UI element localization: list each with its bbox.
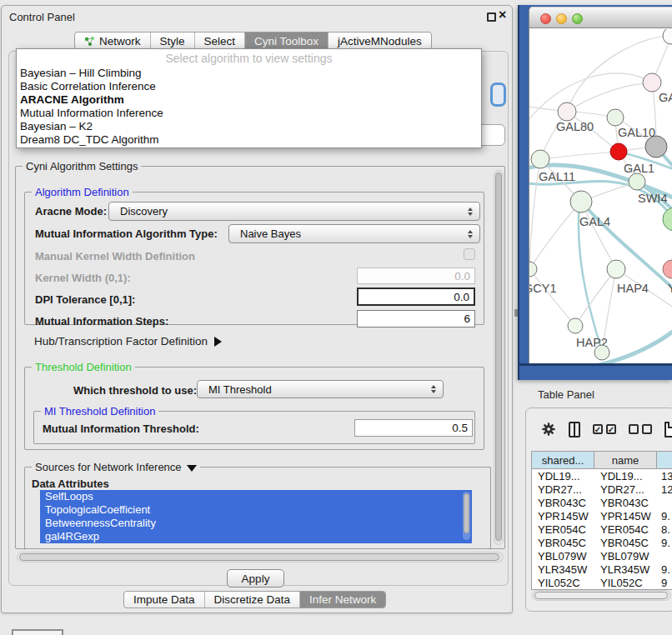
network-tab-icon — [84, 36, 95, 47]
tab-style[interactable]: Style — [151, 32, 195, 49]
attribute-item[interactable]: TopologicalCoefficient — [40, 503, 472, 517]
network-node[interactable] — [568, 318, 583, 333]
float-window-button[interactable] — [487, 12, 496, 22]
network-node[interactable] — [607, 109, 624, 126]
select-all-columns-icon[interactable]: ✓✓ — [593, 424, 616, 434]
mi-algorithm-type-combo[interactable]: Naive Bayes — [228, 224, 480, 243]
table-row[interactable]: YER054C YER054C 8. — [532, 522, 672, 536]
tab-impute-data[interactable]: Impute Data — [124, 592, 205, 608]
table-row[interactable]: YPR145W YPR145W 9. — [532, 509, 672, 522]
network-node[interactable] — [607, 260, 625, 278]
algorithm-option[interactable]: ARACNE Algorithm — [17, 93, 481, 107]
data-attributes-list[interactable]: SelfLoops TopologicalCoefficient Between… — [40, 490, 472, 543]
cyni-algorithm-settings-group: Cyni Algorithm Settings Algorithm Defini… — [15, 166, 505, 549]
algorithm-definition-label: Algorithm Definition — [32, 186, 133, 198]
mi-threshold-label: Mutual Information Threshold: — [43, 422, 199, 435]
tab-jactivemnodules[interactable]: jActiveMNodules — [328, 32, 431, 49]
table-row[interactable]: YBR045C YBR045C 9. — [532, 536, 672, 549]
network-canvas[interactable]: GAL7GAL80GAL10GAL1GAL11SWI4GAL4GCY1HAP4Y… — [529, 29, 672, 363]
column-header-partial[interactable] — [657, 452, 672, 468]
network-edge[interactable] — [540, 152, 619, 159]
settings-horizontal-scrollbar[interactable] — [17, 552, 504, 562]
tab-discretize-data[interactable]: Discretize Data — [205, 592, 301, 608]
network-node[interactable] — [629, 173, 645, 190]
network-node[interactable] — [529, 262, 537, 277]
algorithm-option[interactable]: Bayesian – K2 — [17, 120, 481, 133]
network-node[interactable] — [663, 29, 672, 44]
network-node-label: GAL1 — [624, 162, 654, 175]
network-node[interactable] — [645, 136, 667, 158]
table-row[interactable]: YLR345W YLR345W 9. — [532, 562, 672, 576]
gear-icon[interactable] — [541, 422, 556, 437]
split-columns-icon[interactable] — [569, 422, 580, 438]
algorithm-option[interactable]: Bayesian – Hill Climbing — [17, 67, 481, 80]
attributes-scrollbar[interactable] — [463, 492, 470, 540]
mi-threshold-definition-group: MI Threshold Definition Mutual Informati… — [33, 411, 475, 444]
mi-steps-field[interactable]: 6 — [357, 310, 475, 328]
network-node[interactable] — [663, 260, 672, 278]
table-horizontal-scrollbar-thumb[interactable] — [534, 592, 668, 599]
tab-infer-network[interactable]: Infer Network — [300, 592, 385, 608]
deselect-all-columns-icon[interactable] — [629, 424, 652, 434]
network-node[interactable] — [663, 208, 672, 231]
table-row[interactable]: YDL19... YDL19... 13 — [532, 469, 672, 482]
table-horizontal-scrollbar[interactable] — [532, 590, 671, 601]
network-node[interactable] — [610, 143, 627, 160]
settings-horizontal-scrollbar-thumb[interactable] — [19, 553, 499, 561]
network-graph[interactable]: GAL7GAL80GAL10GAL1GAL11SWI4GAL4GCY1HAP4Y… — [529, 29, 672, 363]
table-row[interactable]: YIL052C YIL052C 9 — [532, 576, 672, 589]
algorithm-option[interactable]: Dream8 DC_TDC Algorithm — [17, 133, 481, 147]
close-window-button[interactable]: × — [499, 8, 506, 22]
aracne-mode-label: Aracne Mode: — [35, 205, 107, 218]
manual-kernel-width-checkbox[interactable] — [464, 248, 475, 260]
which-threshold-combo[interactable]: MI Threshold — [197, 380, 444, 398]
network-node[interactable] — [594, 345, 609, 360]
collapse-down-icon — [187, 465, 197, 472]
attribute-item[interactable]: BetweennessCentrality — [40, 517, 472, 530]
inference-algorithm-combo-partial[interactable] — [490, 82, 506, 107]
network-node[interactable] — [570, 191, 592, 212]
table-row[interactable]: YBR043C YBR043C — [532, 496, 672, 509]
apply-button[interactable]: Apply — [227, 569, 284, 588]
network-edge[interactable] — [575, 269, 616, 326]
dpi-tolerance-field[interactable]: 0.0 — [357, 288, 475, 306]
mac-close-icon[interactable] — [540, 13, 551, 24]
settings-vertical-scrollbar[interactable] — [494, 170, 504, 545]
settings-vertical-scrollbar-thumb[interactable] — [495, 172, 502, 541]
minimized-window-stub[interactable] — [12, 629, 63, 635]
network-node[interactable] — [643, 73, 661, 92]
network-node-label: GAL10 — [618, 126, 655, 139]
algorithm-option[interactable]: Basic Correlation Inference — [17, 80, 481, 93]
network-node-label: GAL80 — [556, 120, 594, 133]
mi-threshold-field[interactable]: 0.5 — [354, 419, 473, 437]
table-row[interactable]: YBL079W YBL079W — [532, 549, 672, 562]
table-row[interactable]: YDR27... YDR27... 12 — [532, 482, 672, 496]
network-edge[interactable] — [529, 269, 575, 326]
network-node[interactable] — [531, 150, 549, 168]
sources-group: Sources for Network Inference Data Attri… — [24, 467, 491, 550]
column-header-name[interactable]: name — [594, 452, 657, 468]
aracne-mode-combo[interactable]: Discovery — [108, 202, 480, 221]
tab-select[interactable]: Select — [195, 32, 246, 49]
export-table-icon[interactable] — [664, 422, 672, 438]
network-node[interactable] — [558, 102, 576, 121]
network-edge[interactable] — [529, 202, 581, 269]
tab-cyni-toolbox[interactable]: Cyni Toolbox — [245, 32, 328, 49]
kernel-width-field[interactable]: 0.0 — [357, 268, 475, 284]
tab-network[interactable]: Network — [75, 32, 151, 49]
attributes-scrollbar-thumb[interactable] — [464, 493, 469, 533]
attribute-item[interactable]: gal4RGexp — [40, 530, 472, 543]
attribute-item[interactable]: SelfLoops — [40, 490, 472, 503]
mi-threshold-definition-label: MI Threshold Definition — [41, 405, 158, 418]
algorithm-option[interactable]: Mutual Information Inference — [17, 107, 481, 120]
mac-zoom-icon[interactable] — [572, 13, 583, 24]
column-header-shared-name[interactable]: shared... — [532, 452, 594, 468]
network-titlebar[interactable] — [529, 7, 672, 28]
threshold-definition-group: Threshold Definition Which threshold to … — [24, 367, 484, 450]
control-panel-title: Control Panel — [9, 11, 75, 23]
hub-transcription-section[interactable]: Hub/Transcription Factor Definition — [34, 335, 222, 348]
mac-minimize-icon[interactable] — [556, 13, 567, 24]
sources-label[interactable]: Sources for Network Inference — [32, 461, 200, 473]
network-edge[interactable] — [581, 202, 616, 269]
combo-spinner-icon — [431, 385, 436, 393]
